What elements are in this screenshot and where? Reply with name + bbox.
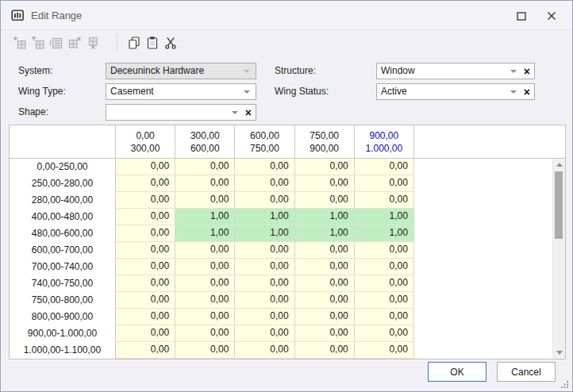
row-header[interactable]: 700,00-740,00: [10, 259, 116, 275]
grid-cell[interactable]: 0,00: [116, 175, 175, 192]
clear-icon[interactable]: ×: [245, 107, 252, 118]
grid-cell[interactable]: 0,00: [355, 309, 414, 325]
grid-cell[interactable]: 0,00: [295, 259, 355, 275]
grid-cell[interactable]: 0,00: [116, 309, 175, 325]
grid-cell[interactable]: 1,00: [235, 225, 294, 242]
grid-cell[interactable]: 0,00: [175, 325, 235, 342]
grid-cell[interactable]: 0,00: [116, 259, 175, 275]
grid-cell[interactable]: 0,00: [175, 275, 235, 292]
scroll-down-button[interactable]: [553, 347, 565, 359]
column-header-1[interactable]: 0,00300,00: [116, 125, 175, 158]
grid-cell[interactable]: 1,00: [175, 225, 235, 242]
row-header[interactable]: 600,00-700,00: [10, 242, 116, 259]
grid-cell[interactable]: 0,00: [175, 259, 235, 275]
column-header-2[interactable]: 300,00600,00: [175, 125, 235, 158]
row-header[interactable]: 1.000,00-1.100,00: [10, 342, 116, 359]
grid-cell[interactable]: 0,00: [116, 325, 175, 342]
delete-column-button[interactable]: [83, 33, 102, 52]
grid-cell[interactable]: 0,00: [295, 342, 355, 359]
row-header[interactable]: 900,00-1.000,00: [10, 325, 116, 342]
column-header-5[interactable]: 900,001.000,00: [355, 125, 414, 158]
row-header[interactable]: 280,00-400,00: [10, 192, 116, 209]
grid-cell[interactable]: 0,00: [116, 292, 175, 309]
chevron-down-icon[interactable]: [232, 111, 238, 114]
maximize-button[interactable]: [512, 7, 531, 25]
wing-type-combobox[interactable]: Casement: [106, 83, 256, 100]
grid-cell[interactable]: 0,00: [116, 192, 175, 209]
row-header[interactable]: 0,00-250,00: [10, 159, 116, 175]
grid-cell[interactable]: 1,00: [355, 209, 414, 225]
structure-combobox[interactable]: Window ×: [376, 63, 535, 79]
grid-cell[interactable]: 1,00: [355, 225, 414, 242]
ok-button[interactable]: OK: [428, 362, 486, 382]
column-header-3[interactable]: 600,00750,00: [235, 125, 294, 158]
grid-cell[interactable]: 0,00: [235, 342, 294, 359]
add-range-button[interactable]: [10, 33, 29, 52]
grid-cell[interactable]: 0,00: [175, 292, 235, 309]
row-header[interactable]: 250,00-280,00: [10, 175, 116, 192]
grid-cell[interactable]: 0,00: [295, 242, 355, 259]
grid-cell[interactable]: 1,00: [235, 209, 294, 225]
grid-cell[interactable]: 0,00: [355, 292, 414, 309]
scrollbar-thumb[interactable]: [555, 171, 563, 239]
chevron-down-icon[interactable]: [510, 70, 517, 73]
grid-cell[interactable]: 0,00: [295, 192, 355, 209]
edit-ranges-button[interactable]: [47, 33, 65, 52]
grid-cell[interactable]: 0,00: [295, 309, 355, 325]
grid-cell[interactable]: 0,00: [175, 192, 235, 209]
row-header[interactable]: 740,00-750,00: [10, 275, 116, 292]
grid-cell[interactable]: 1,00: [295, 225, 355, 242]
row-header[interactable]: 800,00-900,00: [10, 309, 116, 325]
wing-status-combobox[interactable]: Active ×: [376, 83, 535, 100]
grid-cell[interactable]: 0,00: [355, 175, 414, 192]
cancel-button[interactable]: Cancel: [497, 362, 556, 382]
grid-cell[interactable]: 0,00: [116, 159, 175, 175]
grid-cell[interactable]: 0,00: [175, 342, 235, 359]
grid-cell[interactable]: 0,00: [175, 309, 235, 325]
chevron-down-icon[interactable]: [510, 90, 517, 94]
row-header[interactable]: 480,00-600,00: [10, 225, 116, 242]
grid-cell[interactable]: 0,00: [295, 325, 355, 342]
grid-cell[interactable]: 0,00: [355, 259, 414, 275]
chevron-down-icon[interactable]: [244, 90, 250, 94]
resize-grip[interactable]: [560, 380, 569, 389]
grid-cell[interactable]: 0,00: [235, 309, 294, 325]
grid-cell[interactable]: 0,00: [235, 242, 294, 259]
grid-cell[interactable]: 0,00: [116, 275, 175, 292]
paste-button[interactable]: [143, 33, 161, 52]
insert-range-button[interactable]: [29, 33, 47, 52]
column-header-4[interactable]: 750,00900,00: [295, 125, 355, 158]
grid-cell[interactable]: 1,00: [175, 209, 235, 225]
grid-cell[interactable]: 0,00: [355, 192, 414, 209]
grid-cell[interactable]: 0,00: [175, 242, 235, 259]
grid-cell[interactable]: 0,00: [235, 175, 294, 192]
row-header[interactable]: 750,00-800,00: [10, 292, 116, 309]
grid-cell[interactable]: 0,00: [235, 259, 294, 275]
grid-cell[interactable]: 0,00: [295, 275, 355, 292]
grid-cell[interactable]: 0,00: [235, 325, 294, 342]
clear-icon[interactable]: ×: [524, 86, 530, 98]
grid-cell[interactable]: 1,00: [295, 209, 355, 225]
scroll-up-button[interactable]: [553, 159, 565, 171]
close-button[interactable]: [542, 7, 561, 25]
shape-combobox[interactable]: ×: [106, 104, 256, 121]
grid-cell[interactable]: 0,00: [355, 342, 414, 359]
grid-cell[interactable]: 0,00: [175, 175, 235, 192]
grid-cell[interactable]: 0,00: [116, 225, 175, 242]
grid-cell[interactable]: 0,00: [355, 325, 414, 342]
grid-cell[interactable]: 0,00: [116, 209, 175, 225]
grid-cell[interactable]: 0,00: [116, 342, 175, 359]
vertical-scrollbar[interactable]: [552, 159, 565, 359]
system-combobox[interactable]: Deceuninck Hardware: [106, 63, 256, 79]
grid-cell[interactable]: 0,00: [235, 159, 294, 175]
grid-cell[interactable]: 0,00: [235, 275, 294, 292]
delete-row-button[interactable]: [65, 33, 83, 52]
grid-cell[interactable]: 0,00: [355, 242, 414, 259]
copy-button[interactable]: [125, 33, 143, 52]
row-header[interactable]: 400,00-480,00: [10, 209, 116, 225]
grid-cell[interactable]: 0,00: [295, 159, 355, 175]
cut-button[interactable]: [161, 33, 179, 52]
clear-icon[interactable]: ×: [524, 66, 530, 77]
grid-cell[interactable]: 0,00: [235, 292, 294, 309]
grid-cell[interactable]: 0,00: [355, 275, 414, 292]
